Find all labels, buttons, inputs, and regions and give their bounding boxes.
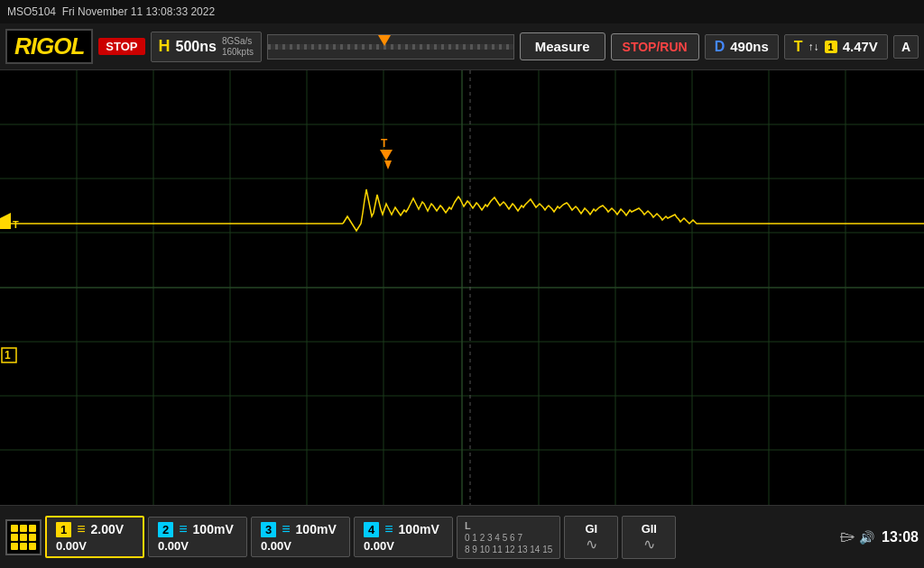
gi-block[interactable]: GI ∿ xyxy=(564,516,618,559)
ch1-offset: 0.00V xyxy=(56,539,87,553)
ch3-volt: 100mV xyxy=(296,522,337,536)
time-display: 13:08 xyxy=(882,529,919,545)
ch3-badge: 3 xyxy=(261,522,276,537)
rigol-logo: RIGOL xyxy=(5,29,93,64)
ch4-line-icon: ≡ xyxy=(384,521,393,537)
ch1-volt: 2.00V xyxy=(91,522,125,536)
svg-text:T: T xyxy=(381,137,388,150)
h-control[interactable]: H 500ns 8GSa/s 160kpts xyxy=(151,32,262,62)
ch2-block[interactable]: 2 ≡ 100mV 0.00V xyxy=(148,517,247,557)
t-end[interactable]: A xyxy=(893,35,919,59)
gi-wave-icon: ∿ xyxy=(586,536,597,553)
ch2-offset: 0.00V xyxy=(158,539,189,553)
measure-button[interactable]: Measure xyxy=(520,32,605,60)
ch3-block[interactable]: 3 ≡ 100mV 0.00V xyxy=(251,517,350,557)
svg-text:T: T xyxy=(13,219,19,230)
l-channels-top: 0 1 2 3 4 5 6 7 xyxy=(465,533,522,543)
l-channels-bottom: 8 9 10 11 12 13 14 15 xyxy=(465,545,552,554)
toolbar: RIGOL STOP H 500ns 8GSa/s 160kpts Measur… xyxy=(0,23,924,70)
ch2-line-icon: ≡ xyxy=(179,521,187,537)
d-value: 490ns xyxy=(730,39,769,54)
grid-menu-icon[interactable] xyxy=(5,519,42,555)
volume-icon: 🔊 xyxy=(859,530,874,545)
d-label: D xyxy=(715,39,725,55)
ch1-block[interactable]: 1 ≡ 2.00V 0.00V xyxy=(45,516,144,558)
status-badge: STOP xyxy=(98,38,144,55)
h-value: 500ns xyxy=(176,39,217,55)
l-bottom-row: 8 9 10 11 12 13 14 15 xyxy=(465,545,552,554)
bottom-bar: 1 ≡ 2.00V 0.00V 2 ≡ 100mV 0.00V 3 ≡ 100m… xyxy=(0,505,924,568)
gii-wave-icon: ∿ xyxy=(643,536,655,553)
ch3-line-icon: ≡ xyxy=(282,521,290,537)
stop-run-button[interactable]: STOP/RUN xyxy=(611,33,699,60)
t-volt: 4.47V xyxy=(843,39,878,54)
l-top-row: 0 1 2 3 4 5 6 7 xyxy=(465,533,552,543)
gii-block[interactable]: GII ∿ xyxy=(622,516,676,559)
sample-rate: 8GSa/s xyxy=(222,36,254,47)
usb-icon: ⌲ xyxy=(839,527,855,546)
ch4-badge: 4 xyxy=(364,522,379,537)
ch1-badge: 1 xyxy=(56,522,71,537)
scope-screen: T T 1 xyxy=(0,70,924,505)
t-arrows: ↑↓ xyxy=(808,41,819,53)
ch2-volt: 100mV xyxy=(193,522,234,536)
mem-depth: 160kpts xyxy=(222,47,254,58)
top-bar: MSO5104 Fri November 11 13:08:33 2022 xyxy=(0,0,924,23)
ch4-volt: 100mV xyxy=(399,522,439,536)
t-control[interactable]: T ↑↓ 1 4.47V xyxy=(784,34,888,60)
d-control[interactable]: D 490ns xyxy=(705,34,779,60)
h-label: H xyxy=(159,37,171,56)
trigger-position-bar[interactable] xyxy=(267,34,514,60)
trigger-position-marker xyxy=(378,35,391,46)
ch4-offset: 0.00V xyxy=(364,539,394,553)
device-id: MSO5104 xyxy=(7,5,56,18)
t-label: T xyxy=(794,39,803,55)
l-block[interactable]: L 0 1 2 3 4 5 6 7 8 9 10 11 12 13 14 15 xyxy=(457,516,560,559)
h-sub: 8GSa/s 160kpts xyxy=(222,36,254,58)
ch2-badge: 2 xyxy=(158,522,173,537)
gii-label: GII xyxy=(642,522,657,536)
ch1-line-icon: ≡ xyxy=(77,521,85,537)
svg-text:1: 1 xyxy=(5,349,11,362)
ch4-block[interactable]: 4 ≡ 100mV 0.00V xyxy=(354,517,453,557)
waveform-svg: T T 1 xyxy=(0,70,924,505)
t-ch-badge: 1 xyxy=(825,41,837,53)
ch3-offset: 0.00V xyxy=(261,539,291,553)
datetime: Fri November 11 13:08:33 2022 xyxy=(62,5,215,18)
gi-label: GI xyxy=(585,522,597,536)
